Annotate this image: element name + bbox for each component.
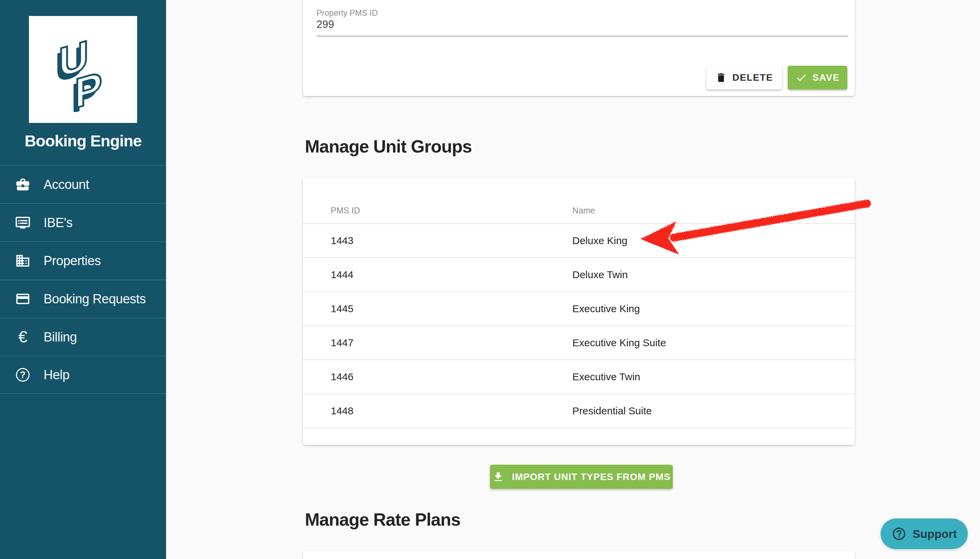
table-row[interactable]: 1446 Executive Twin — [303, 360, 855, 394]
brand-title: Booking Engine — [0, 131, 166, 150]
help-circle-icon — [891, 526, 906, 541]
table-row[interactable]: 1444 Deluxe Twin — [303, 258, 855, 292]
help-circle-icon: ? — [15, 367, 31, 383]
cell-name: Executive Twin — [572, 371, 640, 383]
table-row[interactable]: 1448 Presidential Suite — [303, 394, 855, 428]
svg-text:P: P — [74, 63, 102, 112]
sidebar-item-billing[interactable]: € Billing — [0, 318, 166, 356]
sidebar-item-booking-requests[interactable]: Booking Requests — [0, 280, 166, 318]
property-form-card: Property PMS ID 299 DELETE SAVE — [303, 0, 855, 96]
delete-button-label: DELETE — [732, 72, 773, 83]
save-button-label: SAVE — [812, 72, 840, 83]
cell-pms-id: 1444 — [331, 269, 353, 281]
sidebar-item-ibes[interactable]: IBE's — [0, 203, 166, 241]
euro-icon: € — [15, 329, 31, 345]
cell-name: Deluxe King — [572, 235, 627, 246]
save-button[interactable]: SAVE — [788, 66, 847, 89]
unit-groups-title: Manage Unit Groups — [305, 136, 472, 157]
table-body: 1443 Deluxe King 1444 Deluxe Twin 1445 E… — [303, 223, 855, 428]
cell-name: Executive King — [572, 303, 640, 314]
delete-button[interactable]: DELETE — [706, 66, 782, 89]
briefcase-icon — [15, 177, 31, 192]
cell-name: Executive King Suite — [572, 337, 666, 349]
unit-groups-card: PMS ID Name 1443 Deluxe King 1444 Deluxe… — [303, 179, 855, 445]
table-row[interactable]: 1443 Deluxe King — [303, 224, 855, 258]
cell-name: Deluxe Twin — [572, 269, 628, 281]
sidebar: U U P P Booking Engine Account IBE's — [0, 0, 166, 559]
up-logo-icon: U U P P — [41, 27, 125, 112]
sidebar-item-label: IBE's — [44, 215, 73, 230]
cell-pms-id: 1448 — [331, 405, 353, 417]
sidebar-item-label: Billing — [44, 330, 77, 344]
credit-card-icon — [15, 291, 31, 307]
rate-plans-title: Manage Rate Plans — [305, 509, 460, 530]
input-underline — [317, 36, 848, 36]
cell-pms-id: 1447 — [331, 337, 353, 349]
support-button[interactable]: Support — [881, 518, 968, 549]
check-icon — [795, 71, 807, 84]
cell-pms-id: 1445 — [331, 303, 353, 314]
building-icon — [15, 253, 31, 269]
sidebar-menu: Account IBE's Properties Booking Request… — [0, 165, 166, 394]
table-row[interactable]: 1447 Executive King Suite — [303, 326, 855, 360]
table-header: PMS ID Name — [303, 195, 855, 223]
app-logo: U U P P — [29, 16, 137, 123]
trash-icon — [715, 72, 727, 83]
pms-id-input[interactable]: 299 — [317, 18, 334, 31]
sidebar-item-label: Booking Requests — [44, 292, 146, 306]
import-unit-types-button[interactable]: IMPORT UNIT TYPES FROM PMS — [490, 465, 673, 489]
pms-id-label: Property PMS ID — [317, 8, 378, 18]
cell-name: Presidential Suite — [572, 405, 652, 417]
sidebar-item-properties[interactable]: Properties — [0, 241, 166, 280]
screen-icon — [15, 215, 31, 230]
support-button-label: Support — [912, 528, 957, 541]
rate-plans-card — [303, 551, 855, 559]
sidebar-item-help[interactable]: ? Help — [0, 356, 166, 394]
column-header-pms-id: PMS ID — [331, 206, 360, 215]
sidebar-item-account[interactable]: Account — [0, 165, 166, 203]
cell-pms-id: 1443 — [331, 235, 353, 246]
download-icon — [492, 471, 504, 483]
cell-pms-id: 1446 — [331, 371, 353, 383]
sidebar-item-label: Properties — [44, 254, 101, 268]
sidebar-item-label: Account — [44, 177, 89, 192]
import-button-label: IMPORT UNIT TYPES FROM PMS — [512, 471, 670, 482]
column-header-name: Name — [572, 206, 595, 215]
table-row[interactable]: 1445 Executive King — [303, 292, 855, 326]
sidebar-item-label: Help — [44, 368, 69, 382]
